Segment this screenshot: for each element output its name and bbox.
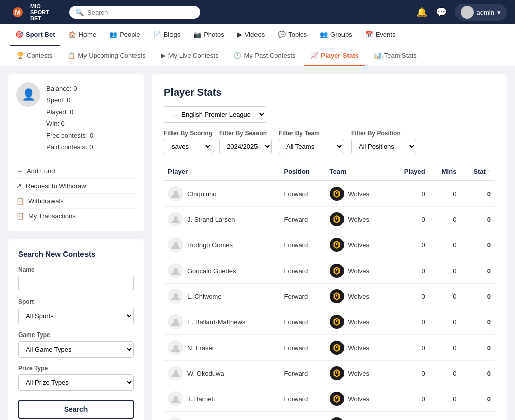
player-cell-8: T. Barnett (164, 386, 280, 412)
position-cell-7: Forward (280, 361, 326, 386)
position-cell-8: Forward (280, 386, 326, 412)
sec-nav-sportbet[interactable]: 🎯 Sport Bet (10, 24, 60, 46)
sec-nav-events-label: Events (376, 31, 396, 38)
team-cell-0: Wolves (326, 181, 390, 207)
player-cell-7: W. Okoduwa (164, 361, 280, 386)
sec-nav-photos[interactable]: 📷 Photos (188, 24, 229, 46)
tert-nav-live[interactable]: ▶ My Live Contests (155, 46, 225, 66)
user-card: 👤 Balance: 0 Spent: 0 Played: 0 Win: 0 F… (8, 74, 144, 231)
game-type-select[interactable]: All Game Types (18, 341, 134, 358)
scoring-filter-label: Filter By Scoring (164, 130, 212, 137)
played-cell-2: 0 (390, 232, 429, 258)
position-filter-label: Filter By Position (351, 130, 416, 137)
position-cell-2: Forward (280, 232, 326, 258)
team-cell-4: Wolves (326, 284, 390, 309)
tert-nav-player-stats[interactable]: 📈 Player Stats (304, 46, 364, 66)
sec-nav-people[interactable]: 👥 People (104, 24, 145, 46)
tert-nav-past[interactable]: 🕐 My Past Contests (227, 46, 301, 66)
tert-nav-team-stats-label: Team Stats (384, 52, 417, 59)
mins-cell-5: 0 (430, 309, 461, 335)
page-title: Player Stats (164, 87, 495, 98)
team-logo-3 (330, 264, 344, 278)
player-cell-3: Goncalo Guedes (164, 258, 280, 284)
filter-row: Filter By Scoring saves Filter By Season… (164, 130, 495, 154)
sec-nav-topics-label: Topics (288, 31, 307, 38)
sec-nav-events[interactable]: 📅 Events (360, 24, 401, 46)
sec-nav-blogs-label: Blogs (164, 31, 181, 38)
sec-nav-groups[interactable]: 👥 Groups (315, 24, 357, 46)
sec-nav-home-label: Home (79, 31, 97, 38)
tert-nav-upcoming[interactable]: 📋 My Upcoming Contests (61, 46, 151, 66)
player-avatar-8 (168, 391, 183, 406)
transactions-link[interactable]: 📋 My Transactions (16, 209, 136, 223)
position-filter-select[interactable]: All Positions (351, 139, 416, 154)
player-name-2: Rodrigo Gomes (187, 241, 233, 249)
season-filter-group: Filter By Season 2024/2025 (219, 130, 272, 154)
stat-cell-5: 0 (460, 309, 495, 335)
player-avatar-5 (168, 314, 183, 329)
search-contests-card: Search New Contests Name Sport All Sport… (8, 239, 144, 420)
user-stats: Balance: 0 Spent: 0 Played: 0 Win: 0 Fre… (46, 82, 93, 153)
player-name-6: N. Fraser (187, 344, 214, 352)
game-type-label: Game Type (18, 331, 134, 339)
player-avatar-9 (168, 417, 183, 420)
league-select[interactable]: ----English Premier League (164, 106, 266, 123)
season-filter-select[interactable]: 2024/2025 (219, 139, 272, 154)
mins-cell-6: 0 (430, 335, 461, 361)
prize-type-select[interactable]: All Prize Types (18, 374, 134, 391)
tert-nav-contests[interactable]: 🏆 Contests (10, 46, 58, 66)
withdrawals-link[interactable]: 📋 Withdrawals (16, 194, 136, 209)
player-avatar-7 (168, 366, 183, 381)
stat-cell-8: 0 (460, 386, 495, 412)
team-logo-9 (330, 417, 344, 420)
scoring-filter-select[interactable]: saves (164, 139, 212, 154)
col-stat[interactable]: Stat ↑ (460, 162, 495, 181)
transactions-label: My Transactions (28, 212, 76, 220)
player-avatar-3 (168, 263, 183, 278)
game-type-group: Game Type All Game Types (18, 331, 134, 358)
player-name-8: T. Barnett (187, 395, 215, 403)
add-fund-link[interactable]: → Add Fund (16, 163, 136, 179)
admin-button[interactable]: admin ▾ (455, 4, 507, 21)
withdraw-label: Request to Withdraw (26, 182, 87, 190)
player-avatar-2 (168, 237, 183, 253)
table-row: L. Chiwome Forward Wolves 0 0 (164, 284, 495, 309)
position-cell-1: Forward (280, 207, 326, 232)
sec-nav-home[interactable]: 🏠 Home (63, 24, 102, 46)
team-filter-select[interactable]: All Teams (279, 139, 344, 154)
messages-icon[interactable]: 💬 (436, 7, 447, 18)
sidebar: 👤 Balance: 0 Spent: 0 Played: 0 Win: 0 F… (8, 74, 144, 420)
add-fund-label: Add Fund (27, 167, 55, 175)
played-cell-1: 0 (390, 207, 429, 232)
stat-cell-2: 0 (460, 232, 495, 258)
team-filter-group: Filter By Team All Teams (279, 130, 344, 154)
notification-icon[interactable]: 🔔 (416, 7, 427, 18)
stat-cell-0: 0 (460, 181, 495, 207)
main-content: 👤 Balance: 0 Spent: 0 Played: 0 Win: 0 F… (0, 66, 515, 420)
team-cell-1: Wolves (326, 207, 390, 232)
player-cell-9: E. Gonzalez (164, 412, 280, 421)
tert-nav-team-stats[interactable]: 📊 Team Stats (368, 46, 423, 66)
position-cell-3: Forward (280, 258, 326, 284)
team-cell-3: Wolves (326, 258, 390, 284)
search-button[interactable]: Search (18, 400, 134, 419)
prize-type-group: Prize Type All Prize Types (18, 365, 134, 391)
name-input[interactable] (18, 276, 134, 291)
team-logo-8 (330, 392, 344, 406)
logo[interactable]: M MIOSPORTBET (8, 3, 63, 22)
search-input[interactable] (87, 9, 194, 16)
sec-nav-blogs[interactable]: 📄 Blogs (148, 24, 186, 46)
withdraw-link[interactable]: ↗ Request to Withdraw (16, 179, 136, 194)
sec-nav-videos[interactable]: ▶ Videos (232, 24, 270, 46)
search-bar[interactable]: 🔍 (69, 6, 200, 19)
team-name-2: Wolves (348, 241, 369, 249)
sec-nav-topics[interactable]: 💬 Topics (273, 24, 312, 46)
played-cell-4: 0 (390, 284, 429, 309)
withdrawals-label: Withdrawals (28, 197, 64, 205)
player-avatar-4 (168, 289, 183, 304)
team-logo-2 (330, 238, 344, 252)
balance-stat: Balance: 0 (46, 82, 93, 94)
table-row: T. Barnett Forward Wolves 0 0 (164, 386, 495, 412)
sport-select[interactable]: All Sports (18, 308, 134, 324)
search-card-title: Search New Contests (18, 249, 134, 258)
